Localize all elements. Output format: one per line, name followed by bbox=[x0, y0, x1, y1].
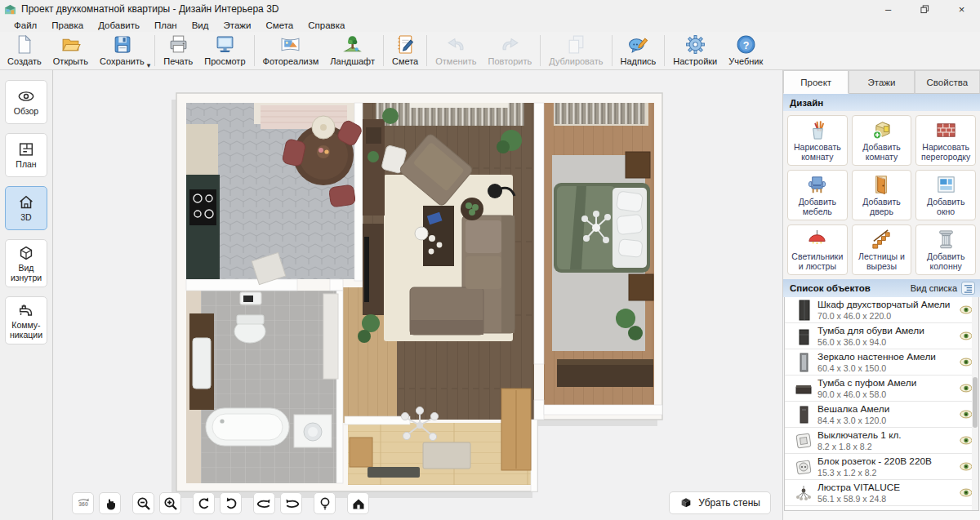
lighting-button[interactable] bbox=[314, 492, 336, 514]
close-button[interactable]: × bbox=[943, 0, 980, 18]
title-bar: Проект двухкомнатной квартиры - Дизайн И… bbox=[0, 0, 980, 18]
menu-floors[interactable]: Этажи bbox=[216, 20, 259, 31]
sidebar-item-plan[interactable]: План bbox=[5, 133, 47, 177]
add-furniture-button[interactable]: Добавить мебель bbox=[787, 170, 848, 220]
toolbar-separator bbox=[540, 35, 541, 66]
tab-properties[interactable]: Свойства bbox=[915, 70, 980, 94]
object-row-chandelier[interactable]: Люстра VITALUCE56.1 x 58.9 x 24.8 bbox=[785, 480, 978, 506]
duplicate-button[interactable]: Дублировать bbox=[543, 32, 608, 69]
add-column-button[interactable]: Добавить колонну bbox=[915, 224, 976, 275]
tilt-up-button[interactable] bbox=[193, 492, 215, 514]
zoom-in-button[interactable] bbox=[159, 492, 181, 514]
toolbar-separator bbox=[426, 35, 427, 66]
bench-thumbnail bbox=[790, 378, 817, 399]
add-window-button[interactable]: Добавить окно bbox=[915, 170, 976, 220]
column-icon bbox=[935, 229, 957, 251]
mirror-thumbnail bbox=[790, 352, 817, 373]
list-scrollbar[interactable] bbox=[972, 297, 978, 510]
redo-button[interactable]: Повторить bbox=[483, 32, 538, 69]
object-row-bench[interactable]: Тумба с пуфом Амели90.0 x 46.0 x 58.0 bbox=[785, 376, 978, 402]
menu-add[interactable]: Добавить bbox=[91, 20, 147, 31]
save-dropdown-arrow[interactable]: ▾ bbox=[147, 61, 151, 69]
new-file-icon bbox=[14, 34, 34, 55]
object-list[interactable]: Шкаф двухстворчатый Амели70.0 x 46.0 x 2… bbox=[784, 297, 979, 511]
list-icon bbox=[964, 284, 973, 293]
restore-button[interactable] bbox=[906, 0, 943, 18]
add-room-button[interactable]: Добавить комнату bbox=[852, 115, 912, 166]
home-icon bbox=[351, 496, 366, 511]
ceiling-lamp-icon bbox=[806, 229, 828, 251]
object-row-shoe-cabinet[interactable]: Тумба для обуви Амели56.0 x 36.0 x 94.0 bbox=[785, 323, 978, 349]
minimize-button[interactable]: – bbox=[870, 0, 906, 18]
landscape-tree-icon bbox=[342, 34, 363, 55]
new-project-button[interactable]: Создать bbox=[2, 32, 47, 69]
sidebar-item-communications[interactable]: Комму-никации bbox=[5, 296, 47, 344]
undo-button[interactable]: Отменить bbox=[430, 32, 482, 69]
objects-section-header: Список объектов Вид списка bbox=[783, 279, 980, 297]
zoom-out-button[interactable] bbox=[132, 492, 154, 514]
label-button[interactable]: Надпись bbox=[615, 32, 662, 69]
list-view-toggle-button[interactable] bbox=[961, 282, 975, 295]
estimate-button[interactable]: Смета bbox=[386, 32, 424, 69]
menu-edit[interactable]: Правка bbox=[44, 20, 91, 31]
home-view-button[interactable] bbox=[347, 492, 369, 514]
toolbar-separator bbox=[383, 35, 384, 66]
tab-floors[interactable]: Этажи bbox=[849, 70, 914, 94]
menu-help[interactable]: Справка bbox=[301, 20, 352, 31]
viewport-3d[interactable]: Убрать стены bbox=[54, 70, 782, 520]
object-row-switch[interactable]: Выключатель 1 кл.8.2 x 1.8 x 8.2 bbox=[785, 428, 978, 454]
preview-button[interactable]: Просмотр bbox=[198, 32, 251, 69]
pencil-cup-icon bbox=[806, 119, 828, 141]
orbit-left-icon bbox=[257, 496, 272, 511]
object-row-socket[interactable]: Блок розеток - 220В 220В15.3 x 1.2 x 8.2 bbox=[785, 454, 978, 480]
orbit-left-button[interactable] bbox=[253, 492, 275, 514]
window-icon bbox=[935, 174, 957, 196]
apartment-3d-view bbox=[54, 70, 782, 520]
save-button[interactable]: Сохранить bbox=[94, 32, 150, 69]
right-panel: Проект Этажи Свойства Дизайн Нарисовать … bbox=[782, 70, 980, 520]
add-door-button[interactable]: Добавить дверь bbox=[852, 170, 912, 220]
view-mode-sidebar: Обзор План 3D Вид изнутри Комму-никации bbox=[0, 70, 53, 520]
pan-button[interactable] bbox=[99, 492, 121, 514]
save-icon bbox=[112, 34, 132, 55]
object-row-wardrobe[interactable]: Шкаф двухстворчатый Амели70.0 x 46.0 x 2… bbox=[785, 297, 978, 323]
sidebar-item-interior-view[interactable]: Вид изнутри bbox=[5, 239, 47, 287]
socket-thumbnail bbox=[790, 456, 817, 478]
object-row-hanger[interactable]: Вешалка Амели84.4 x 3.0 x 120.0 bbox=[785, 402, 978, 428]
brick-wall-icon bbox=[935, 119, 957, 141]
shoe-cabinet-thumbnail bbox=[790, 326, 817, 347]
interior-cube-icon bbox=[17, 244, 35, 262]
app-icon bbox=[4, 3, 16, 16]
design-buttons-grid: Нарисовать комнату Добавить комнату Нари… bbox=[783, 111, 980, 279]
menu-plan[interactable]: План bbox=[147, 20, 185, 31]
tilt-down-button[interactable] bbox=[220, 492, 242, 514]
landscape-button[interactable]: Ландшафт bbox=[324, 32, 381, 69]
open-folder-icon bbox=[60, 34, 81, 55]
question-icon bbox=[736, 34, 756, 55]
draw-partition-button[interactable]: Нарисовать перегородку bbox=[915, 115, 976, 166]
toolbar-separator bbox=[254, 35, 255, 66]
sidebar-item-3d[interactable]: 3D bbox=[5, 186, 47, 230]
tab-project[interactable]: Проект bbox=[783, 70, 849, 94]
open-button[interactable]: Открыть bbox=[47, 32, 94, 69]
wardrobe-thumbnail bbox=[790, 300, 817, 321]
sidebar-item-overview[interactable]: Обзор bbox=[5, 80, 47, 124]
tutorial-button[interactable]: Учебник bbox=[723, 32, 768, 69]
speech-bubble-pencil-icon bbox=[628, 34, 648, 55]
rotate-360-icon bbox=[76, 496, 91, 511]
settings-button[interactable]: Настройки bbox=[667, 32, 723, 69]
scrollbar-thumb[interactable] bbox=[973, 377, 978, 428]
orbit-right-button[interactable] bbox=[280, 492, 302, 514]
draw-room-button[interactable]: Нарисовать комнату bbox=[787, 115, 848, 166]
stairs-button[interactable]: Лестницы и вырезы bbox=[852, 224, 912, 275]
menu-view[interactable]: Вид bbox=[185, 20, 216, 31]
lights-button[interactable]: Светильники и люстры bbox=[787, 224, 848, 275]
photorealism-button[interactable]: Фотореализм bbox=[257, 32, 325, 69]
menu-file[interactable]: Файл bbox=[7, 20, 44, 31]
object-row-mirror[interactable]: Зеркало настенное Амели60.4 x 3.0 x 150.… bbox=[785, 349, 978, 376]
object-row-partial[interactable]: Кровать bbox=[785, 506, 978, 511]
rotate-360-button[interactable] bbox=[72, 492, 94, 514]
remove-walls-button[interactable]: Убрать стены bbox=[669, 491, 771, 514]
menu-estimate[interactable]: Смета bbox=[258, 20, 301, 31]
print-button[interactable]: Печать bbox=[158, 32, 198, 69]
